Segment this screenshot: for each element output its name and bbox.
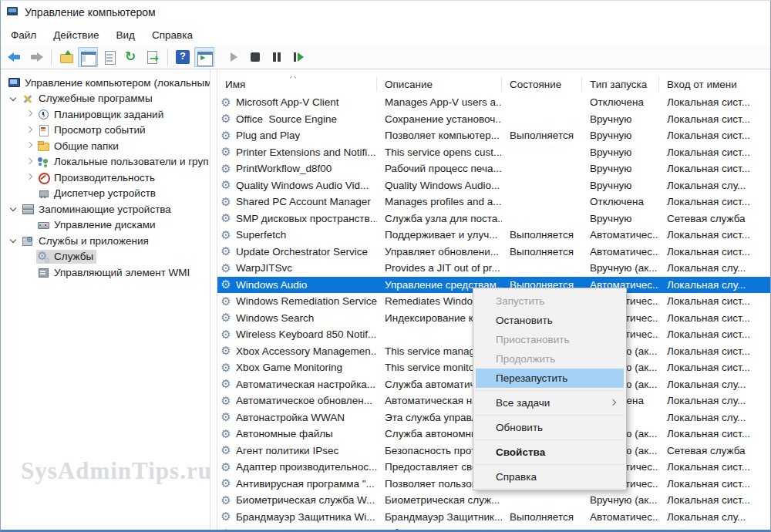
devmgr-icon (37, 187, 49, 200)
column-header[interactable]: Имя (217, 76, 377, 92)
context-menu: ЗапуститьОстановитьПриостановитьПродолжи… (473, 288, 627, 490)
service-gear-icon: ⚙ (220, 113, 232, 125)
menu-view[interactable]: Вид (108, 26, 143, 44)
service-row[interactable]: ⚙SuperfetchПоддерживает и улуч...Выполня… (217, 227, 770, 244)
console-tree-toggle[interactable] (78, 47, 98, 67)
service-desc-cell: Обслуживает список... (377, 527, 502, 530)
context-menu-item-help[interactable]: Справка (476, 467, 624, 487)
menu-file[interactable]: Файл (2, 26, 45, 44)
column-header[interactable]: Состояние (502, 76, 582, 92)
context-menu-item-stop[interactable]: Остановить (476, 311, 624, 330)
expand-chevron-icon[interactable] (22, 108, 36, 120)
service-type-cell: Вручную (ак... (582, 527, 659, 530)
service-row[interactable]: ⚙Plug and PlayПозволяет компьютер...Выпо… (217, 127, 770, 144)
toolbar (1, 45, 770, 69)
tree-item[interactable]: Планировщик заданий (1, 106, 210, 123)
back-button[interactable] (5, 47, 25, 67)
context-menu-item-label: Перезапустить (496, 372, 567, 384)
service-row[interactable]: ⚙WarpJITSvcProvides a JIT out of pr...Вр… (217, 260, 770, 277)
service-row[interactable]: ⚙SMP дисковых пространств...Служба узла … (217, 210, 770, 227)
start-service-button[interactable] (224, 47, 244, 67)
tree-item[interactable]: Локальные пользователи и груп (1, 154, 210, 170)
tree-item[interactable]: Запоминающие устройства (1, 201, 210, 217)
service-type-cell: Вручную (ак... (582, 494, 659, 506)
service-name: Автономные файлы (236, 428, 333, 439)
tree-item[interactable]: Управляющий элемент WMI (1, 264, 210, 281)
service-row[interactable]: ⚙Microsoft App-V ClientManages App-V use… (217, 94, 770, 111)
action-pane-toggle[interactable] (194, 47, 214, 67)
service-name: Брандмауэр Защитника Wi... (236, 511, 375, 523)
service-desc-cell: Поддерживает и улуч... (377, 229, 502, 241)
expand-chevron-icon[interactable] (22, 124, 36, 136)
help-button[interactable] (173, 47, 193, 67)
service-name: Автонастройка WWAN (236, 412, 345, 423)
storage-icon (22, 203, 34, 215)
export-list-button[interactable] (143, 47, 163, 67)
service-name-cell: ⚙Xbox Game Monitoring (217, 362, 377, 374)
tree-item[interactable]: Службы и приложения (1, 233, 210, 249)
column-header[interactable]: Тип запуска (582, 76, 659, 92)
collapse-chevron-icon[interactable] (7, 203, 21, 215)
service-row[interactable]: ⚙PrintWorkflow_d8f00Рабочий процесс печа… (217, 160, 770, 177)
service-gear-icon: ⚙ (220, 262, 232, 274)
service-gear-icon: ⚙ (220, 163, 232, 175)
service-type-cell: Отключена (582, 196, 659, 207)
service-row[interactable]: ⚙Quality Windows Audio Vid...Quality Win… (217, 177, 770, 194)
service-row[interactable]: ⚙Update Orchestrator ServiceУправляет об… (217, 244, 770, 261)
service-login-cell: Локальная сист... (659, 295, 770, 307)
context-menu-item-restart[interactable]: Перезапустить (476, 369, 624, 388)
menu-help[interactable]: Справка (143, 26, 201, 44)
tree-item-label: Планировщик заданий (54, 109, 163, 120)
context-menu-item-refresh[interactable]: Обновить (476, 418, 624, 437)
service-row[interactable]: ⚙Браузер компьютеровОбслуживает список..… (217, 525, 770, 530)
context-menu-item-properties[interactable]: Свойства (476, 443, 624, 462)
expander-spacer (22, 266, 36, 278)
tree-item[interactable]: Управление компьютером (локальным) (1, 75, 210, 91)
tree-item[interactable]: Производительность (1, 170, 210, 186)
service-row[interactable]: ⚙Printer Extensions and Notifi...This se… (217, 144, 770, 161)
tree-item[interactable]: Службы (1, 249, 210, 265)
expand-chevron-icon[interactable] (22, 140, 36, 152)
column-header[interactable]: Вход от имени (659, 76, 770, 92)
service-row[interactable]: ⚙Shared PC Account ManagerManages profil… (217, 194, 770, 210)
services-icon (37, 251, 49, 263)
refresh-button[interactable] (121, 47, 141, 67)
up-one-level-button[interactable] (56, 47, 76, 67)
tree-item[interactable]: Служебные программы (1, 91, 210, 107)
tree-item[interactable]: Управление дисками (1, 217, 210, 234)
stop-service-button[interactable] (245, 47, 265, 67)
restart-service-button[interactable] (288, 47, 308, 67)
service-name: Windows Search (236, 312, 314, 324)
pause-service-button[interactable] (267, 47, 287, 67)
tree-item[interactable]: Просмотр событий (1, 123, 210, 139)
context-menu-item-all-tasks[interactable]: Все задачи (476, 393, 624, 412)
tree-item[interactable]: Общие папки (1, 138, 210, 154)
column-header[interactable]: Описание (377, 76, 502, 92)
menu-action[interactable]: Действие (45, 26, 107, 44)
service-type-cell: Автоматичес... (582, 246, 659, 258)
tree-item-label: Просмотр событий (54, 124, 146, 136)
expand-chevron-icon[interactable] (22, 171, 36, 184)
service-row[interactable]: ⚙Биометрическая служба W...Биометрическа… (217, 492, 770, 509)
step-play-icon (291, 49, 306, 65)
service-login-cell: Сетевая служба (659, 445, 770, 456)
expander-spacer (22, 187, 36, 200)
expand-chevron-icon[interactable] (22, 156, 36, 168)
properties-button[interactable] (99, 47, 120, 67)
collapse-chevron-icon[interactable] (7, 93, 21, 105)
service-type-cell: Автоматичес... (582, 229, 659, 241)
service-name: Автоматическое обновлен... (236, 395, 372, 406)
service-name: Wireless Keyboard 850 Notif... (236, 328, 376, 340)
service-row[interactable]: ⚙Брандмауэр Защитника Wi...Брандмауэр За… (217, 509, 770, 526)
tree-item[interactable]: Диспетчер устройств (1, 186, 210, 202)
service-desc-cell: Сохранение установоч... (377, 113, 502, 125)
tools-icon (22, 93, 34, 105)
collapse-chevron-icon[interactable] (7, 234, 21, 247)
service-login-cell: Локальная слу... (659, 279, 770, 291)
service-name: Superfetch (236, 229, 286, 241)
service-desc-cell: Manages App-V users a... (377, 96, 502, 108)
service-row[interactable]: ⚙Office Source EngineСохранение установо… (217, 111, 770, 128)
column-header-label: Имя (225, 79, 245, 90)
forward-button[interactable] (26, 47, 46, 67)
service-login-cell: Сетевая служба (659, 213, 770, 224)
